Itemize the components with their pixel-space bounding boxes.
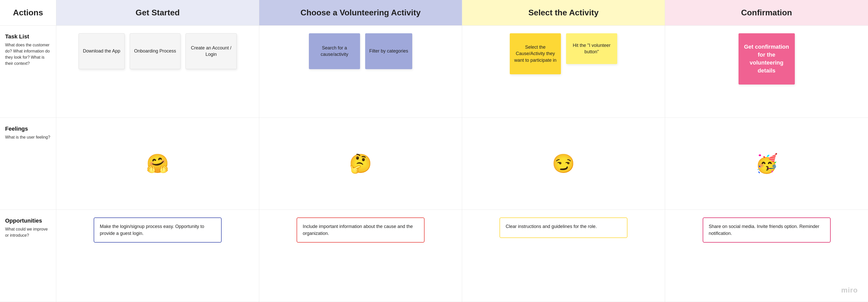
- header-confirmation-title: Confirmation: [741, 8, 792, 18]
- sticky-create-account: Create an Account / Login: [186, 33, 237, 69]
- feelings-choose-cell: 🤔: [259, 118, 462, 210]
- task-list-title: Task List: [5, 33, 29, 40]
- opp-choose-cell: Include important information about the …: [259, 210, 462, 302]
- emoji-choose: 🤔: [349, 153, 372, 174]
- header-confirmation: Confirmation: [665, 0, 868, 26]
- feelings-select-cell: 😏: [462, 118, 665, 210]
- task-list-label: Task List What does the customer do? Wha…: [0, 26, 56, 118]
- opportunities-desc: What could we improve or introduce?: [5, 226, 51, 239]
- task-list-select-cell: Select the Cause/Activity they want to p…: [462, 26, 665, 118]
- sticky-onboarding: Onboarding Process: [130, 33, 180, 69]
- sticky-download-app: Download the App: [79, 33, 125, 69]
- opp-card-confirmation: Share on social media. Invite friends op…: [703, 217, 831, 243]
- task-list-get-started-cell: Download the App Onboarding Process Crea…: [56, 26, 259, 118]
- header-actions-title: Actions: [13, 8, 43, 18]
- opp-get-started-cell: Make the login/signup process easy. Oppo…: [56, 210, 259, 302]
- sticky-select-cause: Select the Cause/Activity they want to p…: [510, 33, 561, 74]
- opportunities-label: Opportunities What could we improve or i…: [0, 210, 56, 302]
- header-select: Select the Activity: [462, 0, 665, 26]
- header-get-started: Get Started: [56, 0, 259, 26]
- emoji-select: 😏: [552, 153, 575, 174]
- header-choose: Choose a Volunteering Activity: [259, 0, 462, 26]
- header-choose-title: Choose a Volunteering Activity: [301, 8, 421, 18]
- task-list-choose-cell: Search for a cause/activity Filter by ca…: [259, 26, 462, 118]
- sticky-search-cause: Search for a cause/activity: [309, 33, 360, 69]
- emoji-get-started: 🤗: [146, 153, 169, 174]
- header-select-title: Select the Activity: [528, 8, 598, 18]
- opp-card-choose: Include important information about the …: [297, 217, 425, 243]
- emoji-confirmation: 🥳: [755, 153, 778, 174]
- feelings-title: Feelings: [5, 126, 28, 132]
- feelings-get-started-cell: 🤗: [56, 118, 259, 210]
- sticky-filter-categories: Filter by categories: [365, 33, 412, 69]
- opp-select-cell: Clear instructions and guidelines for th…: [462, 210, 665, 302]
- opp-confirmation-cell: Share on social media. Invite friends op…: [665, 210, 868, 302]
- miro-watermark: miro: [841, 286, 858, 294]
- header-get-started-title: Get Started: [135, 8, 180, 18]
- sticky-volunteer-button: Hit the "I volunteer button": [566, 33, 617, 64]
- opp-card-select: Clear instructions and guidelines for th…: [499, 217, 627, 238]
- feelings-label: Feelings What is the user feeling?: [0, 118, 56, 210]
- task-list-confirmation-cell: Get confirmation for the volunteering de…: [665, 26, 868, 118]
- board: Actions Get Started Choose a Volunteerin…: [0, 0, 868, 302]
- feelings-desc: What is the user feeling?: [5, 134, 50, 140]
- opp-card-get-started: Make the login/signup process easy. Oppo…: [94, 217, 222, 243]
- opportunities-title: Opportunities: [5, 217, 42, 224]
- sticky-get-confirmation: Get confirmation for the volunteering de…: [739, 33, 795, 85]
- feelings-confirmation-cell: 🥳: [665, 118, 868, 210]
- task-list-desc: What does the customer do? What informat…: [5, 42, 51, 66]
- header-actions: Actions: [0, 0, 56, 26]
